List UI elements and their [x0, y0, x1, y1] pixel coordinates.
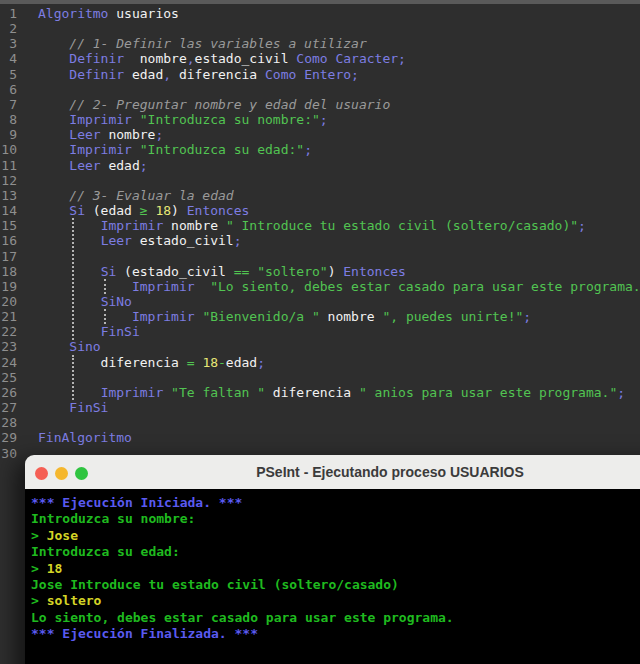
- token: edad: [101, 158, 140, 173]
- token: [38, 385, 101, 400]
- line-number: 25: [0, 370, 17, 385]
- token: [38, 158, 69, 173]
- line-number: 6: [0, 82, 17, 97]
- token: [38, 51, 69, 66]
- token: *** Ejecución Iniciada. ***: [31, 495, 242, 510]
- token: SiNo: [101, 294, 132, 309]
- token: ;: [140, 158, 148, 173]
- line-number: 8: [0, 112, 17, 127]
- token: nombre: [163, 218, 226, 233]
- token: Jose: [47, 528, 78, 543]
- token: Imprimir: [101, 218, 164, 233]
- token: ;: [257, 355, 265, 370]
- token: nombre: [101, 127, 156, 142]
- indent-guide: [104, 279, 106, 294]
- code-line: 18 Si (estado_civil == "soltero") Entonc…: [0, 264, 640, 279]
- token: Algoritmo: [38, 6, 108, 21]
- line-number: 13: [0, 188, 17, 203]
- token: diferencia: [38, 355, 187, 370]
- code-line: 15 Imprimir nombre " Introduce tu estado…: [0, 218, 640, 233]
- token: [132, 112, 140, 127]
- token: Introduzca su nombre:: [31, 511, 195, 526]
- token: [38, 67, 69, 82]
- token: [38, 324, 101, 339]
- code-line: 5 Definir edad, diferencia Como Entero;: [0, 67, 640, 82]
- code-line: 14 Si (edad ≥ 18) Entonces: [0, 203, 640, 218]
- token: Si: [69, 203, 85, 218]
- terminal-line: *** Ejecución Finalizada. ***: [31, 626, 640, 642]
- code-line: 19 Imprimir "Lo siento, debes estar casa…: [0, 279, 640, 294]
- code-line: 23 Sino: [0, 339, 640, 354]
- line-number: 15: [0, 218, 17, 233]
- token: Definir: [69, 51, 124, 66]
- terminal-line: *** Ejecución Iniciada. ***: [31, 495, 640, 511]
- line-number: 12: [0, 173, 17, 188]
- code-line: 10 Imprimir "Introduzca su edad:";: [0, 142, 640, 157]
- token: soltero: [47, 593, 102, 608]
- token: [38, 400, 69, 415]
- code-line: 20 SiNo: [0, 294, 640, 309]
- line-number: 16: [0, 233, 17, 248]
- token: [38, 233, 101, 248]
- code-line: 3 // 1- Definir las variables a utilizar: [0, 36, 640, 51]
- code-line: 16 Leer estado_civil;: [0, 233, 640, 248]
- token: [296, 67, 304, 82]
- token: *** Ejecución Finalizada. ***: [31, 626, 258, 641]
- code-line: 7 // 2- Preguntar nombre y edad del usua…: [0, 97, 640, 112]
- token: nombre: [124, 51, 187, 66]
- token: -: [218, 355, 226, 370]
- token: // 3- Evaluar la edad: [69, 188, 233, 203]
- token: FinAlgoritmo: [38, 430, 132, 445]
- token: // 1- Definir las variables a utilizar: [69, 36, 366, 51]
- token: Introduzca su edad:: [31, 544, 180, 559]
- token: [38, 112, 69, 127]
- line-number: 10: [0, 142, 17, 157]
- indent-guide: [72, 355, 74, 400]
- code-line: 2: [0, 21, 640, 36]
- token: [38, 279, 132, 294]
- token: (edad: [85, 203, 140, 218]
- token: >: [31, 593, 47, 608]
- line-number: 20: [0, 294, 17, 309]
- token: Imprimir: [69, 112, 132, 127]
- line-number: 11: [0, 158, 17, 173]
- console-output[interactable]: *** Ejecución Iniciada. ***Introduzca su…: [25, 489, 640, 664]
- code-line: 22 FinSi: [0, 324, 640, 339]
- code-line: 27 FinSi: [0, 400, 640, 415]
- token: Como: [265, 67, 296, 82]
- line-number: 7: [0, 97, 17, 112]
- code-line: 6: [0, 82, 640, 97]
- line-number: 1: [0, 6, 17, 21]
- token: estado_civil: [195, 51, 297, 66]
- token: FinSi: [69, 400, 108, 415]
- token: [38, 203, 69, 218]
- indent-guide: [72, 218, 74, 340]
- token: diferencia: [265, 385, 359, 400]
- token: [38, 294, 101, 309]
- token: "Lo siento, debes estar casado para usar…: [210, 279, 640, 294]
- window-titlebar[interactable]: PSeInt - Ejecutando proceso USUARIOS: [25, 455, 640, 489]
- token: Imprimir: [132, 309, 195, 324]
- terminal-line: > 18: [31, 561, 640, 577]
- line-number: 28: [0, 415, 17, 430]
- token: ;: [617, 385, 625, 400]
- token: [38, 339, 69, 354]
- token: [38, 36, 69, 51]
- line-number: 2: [0, 21, 17, 36]
- token: Imprimir: [101, 385, 164, 400]
- token: Sino: [69, 339, 100, 354]
- token: Lo siento, debes estar casado para usar …: [31, 610, 454, 625]
- token: ;: [320, 112, 328, 127]
- code-line: 26 Imprimir "Te faltan " diferencia " an…: [0, 385, 640, 400]
- code-line: 1Algoritmo usuarios: [0, 6, 640, 21]
- editor-top-border: [0, 0, 640, 4]
- indent-guide: [104, 309, 106, 324]
- code-line: 9 Leer nombre;: [0, 127, 640, 142]
- token: ==: [234, 264, 250, 279]
- line-number: 4: [0, 51, 17, 66]
- token: "soltero": [257, 264, 327, 279]
- token: "Te faltan ": [171, 385, 265, 400]
- token: ;: [523, 309, 531, 324]
- token: 18: [47, 561, 63, 576]
- token: ,: [187, 51, 195, 66]
